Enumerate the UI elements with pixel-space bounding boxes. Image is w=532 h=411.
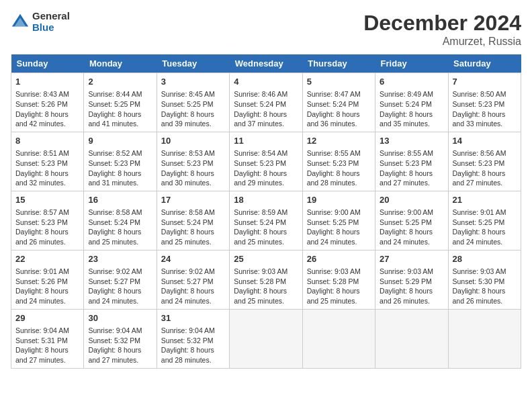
day-number: 25 <box>234 253 298 265</box>
calendar-cell: 17Sunrise: 8:58 AMSunset: 5:24 PMDayligh… <box>157 191 229 250</box>
sunset-text: Sunset: 5:23 PM <box>161 159 214 167</box>
calendar-cell: 14Sunrise: 8:56 AMSunset: 5:23 PMDayligh… <box>448 132 521 191</box>
day-number: 27 <box>380 253 443 265</box>
daylight-text: Daylight: 8 hours and 24 minutes. <box>161 287 214 305</box>
daylight-text: Daylight: 8 hours and 29 minutes. <box>234 169 287 187</box>
calendar-cell: 7Sunrise: 8:50 AMSunset: 5:23 PMDaylight… <box>448 73 521 132</box>
sunrise-text: Sunrise: 9:01 AM <box>453 208 506 216</box>
sunrise-text: Sunrise: 8:54 AM <box>234 149 287 157</box>
calendar-cell: 12Sunrise: 8:55 AMSunset: 5:23 PMDayligh… <box>302 132 375 191</box>
day-number: 22 <box>15 253 79 265</box>
day-number: 23 <box>88 253 152 265</box>
calendar-cell: 3Sunrise: 8:45 AMSunset: 5:25 PMDaylight… <box>157 73 229 132</box>
sunrise-text: Sunrise: 9:03 AM <box>234 267 287 275</box>
daylight-text: Daylight: 8 hours and 35 minutes. <box>380 110 433 128</box>
sunrise-text: Sunrise: 8:53 AM <box>161 149 215 157</box>
sunrise-text: Sunrise: 8:55 AM <box>307 149 361 157</box>
logo-text: General Blue <box>32 11 70 33</box>
calendar-cell: 28Sunrise: 9:03 AMSunset: 5:30 PMDayligh… <box>448 250 521 309</box>
calendar-cell: 16Sunrise: 8:58 AMSunset: 5:24 PMDayligh… <box>84 191 157 250</box>
sunset-text: Sunset: 5:24 PM <box>234 100 286 108</box>
sunrise-text: Sunrise: 9:04 AM <box>88 326 142 334</box>
daylight-text: Daylight: 8 hours and 24 minutes. <box>307 228 360 246</box>
day-number: 17 <box>161 194 225 206</box>
daylight-text: Daylight: 8 hours and 25 minutes. <box>234 228 287 246</box>
calendar-cell: 4Sunrise: 8:46 AMSunset: 5:24 PMDaylight… <box>230 73 302 132</box>
calendar-cell: 19Sunrise: 9:00 AMSunset: 5:25 PMDayligh… <box>302 191 375 250</box>
sunrise-text: Sunrise: 8:57 AM <box>15 208 69 216</box>
header-monday: Monday <box>84 54 157 73</box>
calendar-cell: 13Sunrise: 8:55 AMSunset: 5:23 PMDayligh… <box>375 132 448 191</box>
week-row-2: 8Sunrise: 8:51 AMSunset: 5:23 PMDaylight… <box>11 132 521 191</box>
day-number: 11 <box>234 135 298 147</box>
sunrise-text: Sunrise: 9:02 AM <box>161 267 215 275</box>
daylight-text: Daylight: 8 hours and 26 minutes. <box>453 287 506 305</box>
day-number: 21 <box>453 194 517 206</box>
location: Amurzet, Russia <box>363 36 521 48</box>
daylight-text: Daylight: 8 hours and 42 minutes. <box>15 110 69 128</box>
sunrise-text: Sunrise: 9:01 AM <box>15 267 69 275</box>
calendar-cell: 21Sunrise: 9:01 AMSunset: 5:25 PMDayligh… <box>448 191 521 250</box>
day-number: 31 <box>161 312 225 324</box>
calendar-cell: 25Sunrise: 9:03 AMSunset: 5:28 PMDayligh… <box>230 250 302 309</box>
calendar-header-row: SundayMondayTuesdayWednesdayThursdayFrid… <box>11 54 521 73</box>
sunrise-text: Sunrise: 8:50 AM <box>453 90 506 98</box>
day-number: 14 <box>453 135 517 147</box>
daylight-text: Daylight: 8 hours and 27 minutes. <box>380 169 433 187</box>
sunset-text: Sunset: 5:23 PM <box>453 100 505 108</box>
day-number: 13 <box>380 135 443 147</box>
daylight-text: Daylight: 8 hours and 27 minutes. <box>15 346 69 364</box>
header: General Blue December 2024 Amurzet, Russ… <box>11 11 521 48</box>
week-row-5: 29Sunrise: 9:04 AMSunset: 5:31 PMDayligh… <box>11 309 521 368</box>
day-number: 26 <box>307 253 371 265</box>
daylight-text: Daylight: 8 hours and 27 minutes. <box>453 169 506 187</box>
sunset-text: Sunset: 5:27 PM <box>88 277 140 285</box>
daylight-text: Daylight: 8 hours and 28 minutes. <box>161 346 214 364</box>
sunrise-text: Sunrise: 9:02 AM <box>88 267 142 275</box>
day-number: 6 <box>380 76 443 88</box>
day-number: 20 <box>380 194 443 206</box>
day-number: 19 <box>307 194 371 206</box>
calendar-cell <box>448 309 521 368</box>
calendar-cell: 5Sunrise: 8:47 AMSunset: 5:24 PMDaylight… <box>302 73 375 132</box>
calendar-cell: 23Sunrise: 9:02 AMSunset: 5:27 PMDayligh… <box>84 250 157 309</box>
sunrise-text: Sunrise: 9:00 AM <box>380 208 433 216</box>
daylight-text: Daylight: 8 hours and 28 minutes. <box>307 169 360 187</box>
sunrise-text: Sunrise: 8:55 AM <box>380 149 433 157</box>
calendar-cell <box>302 309 375 368</box>
day-number: 12 <box>307 135 371 147</box>
sunrise-text: Sunrise: 9:03 AM <box>380 267 433 275</box>
sunrise-text: Sunrise: 8:46 AM <box>234 90 287 98</box>
calendar-cell <box>375 309 448 368</box>
sunset-text: Sunset: 5:24 PM <box>380 100 432 108</box>
header-saturday: Saturday <box>448 54 521 73</box>
daylight-text: Daylight: 8 hours and 24 minutes. <box>88 287 141 305</box>
day-number: 4 <box>234 76 298 88</box>
daylight-text: Daylight: 8 hours and 39 minutes. <box>161 110 214 128</box>
daylight-text: Daylight: 8 hours and 32 minutes. <box>15 169 69 187</box>
daylight-text: Daylight: 8 hours and 33 minutes. <box>453 110 506 128</box>
sunrise-text: Sunrise: 8:49 AM <box>380 90 433 98</box>
calendar-cell: 20Sunrise: 9:00 AMSunset: 5:25 PMDayligh… <box>375 191 448 250</box>
sunrise-text: Sunrise: 9:03 AM <box>453 267 506 275</box>
sunset-text: Sunset: 5:25 PM <box>307 218 359 226</box>
calendar-cell: 1Sunrise: 8:43 AMSunset: 5:26 PMDaylight… <box>11 73 84 132</box>
sunset-text: Sunset: 5:23 PM <box>15 159 68 167</box>
day-number: 8 <box>15 135 79 147</box>
daylight-text: Daylight: 8 hours and 30 minutes. <box>161 169 214 187</box>
sunrise-text: Sunrise: 8:45 AM <box>161 90 215 98</box>
calendar-cell: 22Sunrise: 9:01 AMSunset: 5:26 PMDayligh… <box>11 250 84 309</box>
calendar-cell: 15Sunrise: 8:57 AMSunset: 5:23 PMDayligh… <box>11 191 84 250</box>
calendar-cell: 30Sunrise: 9:04 AMSunset: 5:32 PMDayligh… <box>84 309 157 368</box>
sunset-text: Sunset: 5:32 PM <box>161 336 214 345</box>
logo-blue-text: Blue <box>32 22 70 34</box>
day-number: 18 <box>234 194 298 206</box>
sunset-text: Sunset: 5:31 PM <box>15 336 68 345</box>
week-row-1: 1Sunrise: 8:43 AMSunset: 5:26 PMDaylight… <box>11 73 521 132</box>
sunset-text: Sunset: 5:23 PM <box>88 159 140 167</box>
day-number: 30 <box>88 312 152 324</box>
sunset-text: Sunset: 5:23 PM <box>380 159 432 167</box>
week-row-3: 15Sunrise: 8:57 AMSunset: 5:23 PMDayligh… <box>11 191 521 250</box>
daylight-text: Daylight: 8 hours and 26 minutes. <box>15 228 69 246</box>
sunrise-text: Sunrise: 8:43 AM <box>15 90 69 98</box>
